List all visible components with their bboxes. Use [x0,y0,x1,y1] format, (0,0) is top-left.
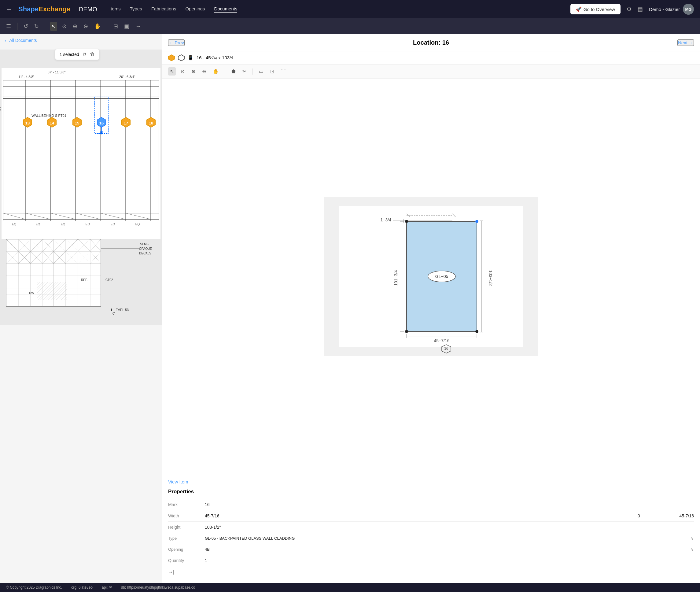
prop-row-height: Height 103-1/2" [168,522,694,533]
prop-row-mark: Mark 16 [168,499,694,510]
nav-openings[interactable]: Openings [185,6,205,12]
location-title: Location: 16 [184,39,678,46]
toolbar-zoom-in-icon[interactable]: ⊕ [71,22,78,31]
nav-items[interactable]: Items [109,6,121,12]
left-panel: ‹ All Documents 1 selected ⧉ 🗑 37' - 11 … [0,34,162,583]
blueprint-canvas[interactable]: 37' - 11 3/8" 11' - 4 5/8" 26' - 6 3/4" … [0,50,162,325]
svg-text:13: 13 [25,121,30,126]
prop-row-quantity: Quantity 1 [168,555,694,566]
delete-icon[interactable]: 🗑 [90,52,95,57]
toolbar-undo-icon[interactable]: ↺ [22,22,29,31]
quantity-value: 1 [205,558,694,563]
toolbar-region-select-icon[interactable]: ⊙ [61,22,68,31]
toolbar-select-icon[interactable]: ↖ [50,22,57,31]
brand-logo: ShapeExchange [18,5,70,13]
view-item-link[interactable]: View Item [168,479,694,484]
svg-text:103−1/2: 103−1/2 [488,270,493,286]
prop-row-type: Type GL-05 - BACKPAINTED GLASS WALL CLAD… [168,533,694,544]
toolbar-prev-icon[interactable]: ⊟ [112,22,119,31]
opening-expand-icon[interactable]: ∨ [691,547,694,552]
toolbar-pan-icon[interactable]: ✋ [93,22,102,31]
svg-text:EQ: EQ [12,223,16,226]
svg-point-130 [475,330,478,333]
svg-text:EQ: EQ [36,223,40,226]
prop-row-opening: Opening 4B ∨ [168,544,694,555]
draw-cut-icon[interactable]: ✂ [240,67,248,76]
nav-fabrications[interactable]: Fabrications [151,6,176,12]
org-info: org: 6iate3eo [71,585,93,590]
overview-rocket-icon: 🚀 [576,6,582,12]
drawing-toolbar: ↖ ⊙ ⊕ ⊖ ✋ ⬟ ✂ ▭ ⊡ ⌒ [162,64,700,79]
item-drawing-svg: 1−3/4 GL−05 101−3/4 [263,197,599,356]
svg-text:0': 0' [112,312,115,315]
svg-text:37' - 11 3/8": 37' - 11 3/8" [48,70,66,74]
svg-text:16: 16 [99,121,104,126]
main-navigation: Items Types Fabrications Openings Docume… [109,6,237,12]
copyright-text: © Copyright 2025 Diagraphics Inc. [6,585,62,590]
phone-icon: 📱 [188,55,194,60]
main-toolbar: ☰ ↺ ↻ ↖ ⊙ ⊕ ⊖ ✋ ⊟ ▣ → [0,18,700,34]
go-to-overview-button[interactable]: 🚀 Go to Overview [571,4,621,14]
draw-zoom-out-icon[interactable]: ⊖ [200,67,208,76]
draw-select-icon[interactable]: ↖ [168,67,176,76]
svg-text:WALL BEHIND S PT01: WALL BEHIND S PT01 [32,114,66,117]
prev-button[interactable]: ← Prev [168,40,184,46]
height-label: Height [168,525,205,530]
draw-zoom-in-icon[interactable]: ⊕ [190,67,197,76]
brand-shape: Shape [18,5,39,13]
toolbar-next-icon[interactable]: → [134,22,142,31]
type-label: Type [168,536,205,541]
svg-text:1−3/4: 1−3/4 [381,217,391,222]
draw-separator-2 [253,68,253,75]
settings-icon[interactable]: ⚙ [627,6,632,12]
svg-text:101−3/4: 101−3/4 [393,270,398,286]
user-info: Demo - Glazier MG [649,4,694,15]
mark-value: 16 [205,502,694,507]
svg-text:26' - 6 3/4": 26' - 6 3/4" [119,75,136,79]
draw-polygon-icon[interactable]: ⬟ [229,67,237,76]
toolbar-grid-icon[interactable]: ▣ [123,22,130,31]
width-value: 45-7/16 [205,513,621,518]
draw-crop-icon[interactable]: ⊡ [268,67,276,76]
type-expand-icon[interactable]: ∨ [691,536,694,541]
selected-count-label: 1 selected [60,52,79,57]
toolbar-menu-icon[interactable]: ☰ [5,22,12,31]
layout-icon[interactable]: ▤ [638,6,643,12]
toolbar-separator-1 [17,22,17,30]
draw-rect-icon[interactable]: ▭ [257,67,265,76]
toolbar-zoom-out-icon[interactable]: ⊖ [82,22,89,31]
svg-rect-93 [37,282,67,300]
next-button[interactable]: Next → [678,40,694,46]
nav-types[interactable]: Types [130,6,142,12]
right-header: ← Prev Location: 16 Next → [162,34,700,51]
svg-text:REF.: REF. [81,278,88,282]
draw-separator-1 [225,68,225,75]
svg-text:45−7/16: 45−7/16 [434,338,450,343]
footer: © Copyright 2025 Diagraphics Inc. org: 6… [0,583,700,592]
svg-text:15: 15 [75,121,79,126]
copy-icon[interactable]: ⧉ [83,52,86,57]
all-documents-link[interactable]: All Documents [9,38,37,43]
width-value2: 0 [621,513,657,518]
svg-text:1/8": 1/8" [0,106,1,111]
draw-pan-icon[interactable]: ✋ [211,67,221,76]
toolbar-separator-3 [107,22,107,30]
svg-point-127 [405,220,408,223]
svg-text:⬆ LEVEL 53: ⬆ LEVEL 53 [110,308,129,311]
nav-documents[interactable]: Documents [214,6,237,12]
go-to-overview-label: Go to Overview [584,7,615,12]
draw-region-icon[interactable]: ⊙ [179,67,186,76]
toolbar-redo-icon[interactable]: ↻ [33,22,40,31]
user-avatar[interactable]: MG [683,4,694,15]
right-panel: ← Prev Location: 16 Next → 📱 16 - 45⁷⁄₁₆… [162,34,700,583]
hex-outline-icon [178,54,184,61]
brand-exchange: Exchange [39,5,70,13]
draw-curve-icon[interactable]: ⌒ [279,67,288,76]
back-button[interactable]: ← [6,6,12,13]
quantity-label: Quantity [168,558,205,563]
drawing-area[interactable]: 1−3/4 GL−05 101−3/4 [162,79,700,474]
toolbar-separator-2 [45,22,45,30]
svg-text:CT02: CT02 [105,278,113,282]
svg-text:OPAQUE: OPAQUE [139,247,152,250]
api-info: api: ✉ [102,585,112,590]
